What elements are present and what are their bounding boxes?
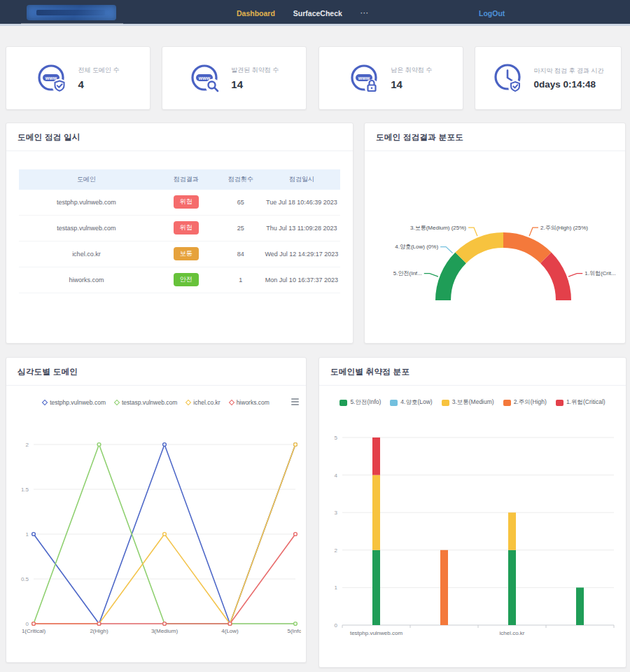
domain-cell: testphp.vulnweb.com: [19, 190, 154, 216]
data-point: [32, 533, 36, 536]
table-row: ichel.co.kr보통84Wed Jul 12 14:29:17 2023: [19, 241, 340, 267]
gauge-slice: [503, 232, 552, 263]
result-cell: 위험: [154, 216, 218, 241]
column-header: 도메인: [19, 169, 154, 190]
globe-lock-icon: www: [349, 62, 383, 95]
data-point: [294, 443, 298, 447]
stat-card-remaining-vulns: www 남은 취약점 수 14: [318, 46, 463, 110]
result-badge: 안전: [174, 273, 199, 286]
svg-text:www: www: [45, 75, 57, 80]
nav-item-dashboard[interactable]: Dashboard: [237, 9, 275, 18]
bar-segment: [576, 587, 584, 625]
table-row: hiworks.com안전1Mon Jul 10 16:37:37 2023: [19, 267, 340, 293]
result-cell: 안전: [154, 267, 218, 293]
nav-item-more[interactable]: ···: [360, 10, 369, 17]
data-point: [163, 443, 167, 447]
bar-segment: [372, 550, 380, 625]
logo-underline: [21, 23, 123, 24]
panel-title: 도메인 점검 일시: [6, 123, 353, 151]
legend-item[interactable]: hiworks.com: [230, 399, 270, 406]
gauge-callout-line: [529, 227, 538, 236]
result-cell: 보통: [154, 241, 218, 267]
panel-title: 도메인별 취약점 분포: [319, 358, 626, 386]
date-cell: Wed Jul 12 14:29:17 2023: [263, 241, 340, 267]
legend-label: ichel.co.kr: [193, 399, 220, 406]
data-point: [32, 622, 36, 626]
gauge-callout-line: [440, 247, 453, 253]
data-point: [294, 533, 298, 536]
data-point: [97, 622, 101, 626]
legend-item[interactable]: 1.위험(Critical): [556, 398, 606, 407]
stat-cards: www 전체 도메인 수 4 www 발견된 취약점 수 14 www: [6, 46, 622, 110]
count-cell: 84: [218, 241, 263, 267]
legend-item[interactable]: ichel.co.kr: [186, 399, 220, 406]
legend-item[interactable]: 5.안전(Info): [340, 398, 381, 407]
date-cell: Tue Jul 18 10:46:39 2023: [263, 190, 340, 216]
y-tick-label: 1: [335, 584, 338, 591]
chart-toolbox-icon[interactable]: [291, 398, 299, 406]
y-tick-label: 3: [335, 510, 338, 516]
legend-label: hiworks.com: [237, 399, 270, 406]
stat-label: 마지막 점검 후 경과 시간: [533, 66, 603, 76]
bar-chart-legend: 5.안전(Info)4.양호(Low)3.보통(Medium)2.주의(High…: [319, 396, 626, 410]
legend-label: 1.위험(Critical): [566, 398, 606, 407]
bar-segment: [508, 512, 516, 550]
stat-value: 14: [231, 78, 279, 90]
legend-label: 2.주의(High): [514, 398, 547, 407]
y-tick-label: 4: [335, 472, 338, 479]
stat-card-elapsed-time: 마지막 점검 후 경과 시간 0days 0:14:48: [475, 46, 622, 110]
legend-marker-icon: [390, 400, 398, 406]
result-badge: 위험: [174, 221, 199, 234]
count-cell: 65: [218, 190, 263, 216]
globe-shield-icon: www: [36, 62, 70, 95]
legend-label: 3.보통(Medium): [452, 398, 494, 407]
nav-menu: Dashboard SurfaceCheck ···: [237, 0, 369, 26]
stat-label: 발견된 취약점 수: [231, 66, 279, 75]
stat-card-total-domains: www 전체 도메인 수 4: [6, 46, 150, 110]
gauge-slice-label: 2.주의(High) (25%): [540, 225, 588, 231]
x-tick-label: 3(Medium): [151, 628, 178, 634]
line-chart: 00.511.521(Critical)2(High)3(Medium)4(Lo…: [11, 414, 301, 645]
app-logo[interactable]: [27, 5, 116, 20]
nav-item-surfacecheck[interactable]: SurfaceCheck: [293, 9, 342, 18]
bar-chart: 012345testphp.vulnweb.comichel.co.kr: [321, 414, 624, 652]
gauge-slice: [455, 232, 503, 263]
x-tick-label: 5(Info): [287, 628, 301, 634]
stat-value: 4: [78, 78, 119, 90]
gauge-slice: [540, 252, 571, 300]
domain-check-table: 도메인점검결과점검횟수점검일시 testphp.vulnweb.com위험65T…: [19, 169, 340, 293]
panel-vulns-by-domain: 도메인별 취약점 분포 5.안전(Info)4.양호(Low)3.보통(Medi…: [318, 357, 626, 668]
legend-label: testasp.vulnweb.com: [122, 399, 177, 406]
legend-marker-icon: [442, 400, 449, 406]
svg-text:www: www: [198, 75, 211, 80]
legend-item[interactable]: 3.보통(Medium): [442, 398, 494, 407]
svg-text:www: www: [358, 75, 370, 80]
gauge-slice-label: 3.보통(Medium) (25%): [410, 225, 466, 231]
legend-marker-icon: [556, 400, 564, 406]
gauge-slice-label: 1.위험(Crit...: [584, 270, 615, 276]
table-row: testasp.vulnweb.com위험25Thu Jul 13 11:09:…: [19, 216, 340, 241]
gauge-callout-line: [568, 274, 582, 276]
legend-marker-icon: [114, 400, 120, 405]
date-cell: Thu Jul 13 11:09:28 2023: [263, 216, 340, 241]
table-row: testphp.vulnweb.com위험65Tue Jul 18 10:46:…: [19, 190, 340, 216]
bar-segment: [508, 550, 516, 625]
legend-item[interactable]: testphp.vulnweb.com: [43, 399, 106, 406]
gauge-callout-line: [424, 274, 438, 276]
legend-item[interactable]: 4.양호(Low): [390, 398, 432, 407]
column-header: 점검일시: [263, 169, 340, 190]
legend-item[interactable]: 2.주의(High): [503, 398, 547, 407]
domain-cell: testasp.vulnweb.com: [19, 216, 154, 241]
panel-check-result-distribution: 도메인 점검결과 분포도 5.안전(Inf...4.양호(Low) (0%)3.…: [364, 122, 626, 344]
legend-item[interactable]: testasp.vulnweb.com: [115, 399, 177, 406]
x-tick-label: testphp.vulnweb.com: [350, 630, 402, 636]
legend-marker-icon: [228, 400, 234, 405]
y-tick-label: 0: [26, 621, 29, 627]
stat-label: 전체 도메인 수: [78, 66, 119, 75]
legend-label: 4.양호(Low): [400, 398, 432, 407]
logout-button[interactable]: LogOut: [479, 9, 505, 18]
x-tick-label: 2(High): [90, 628, 108, 634]
column-header: 점검횟수: [218, 169, 263, 190]
legend-marker-icon: [186, 400, 191, 405]
y-tick-label: 0.5: [21, 576, 29, 582]
